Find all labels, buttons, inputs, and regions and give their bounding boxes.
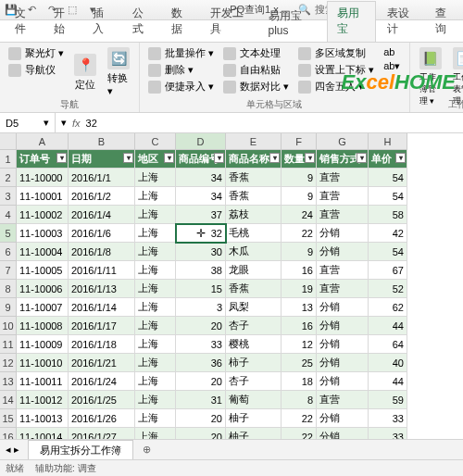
sheet-nav-icon[interactable]: ◂ ▸ <box>6 444 19 456</box>
filter-icon[interactable]: ▾ <box>164 153 174 163</box>
sheet-tab[interactable]: 易用宝拆分工作簿 <box>28 440 133 460</box>
cell[interactable]: 20 <box>176 317 226 335</box>
filter-icon[interactable]: ▾ <box>395 153 406 163</box>
filter-icon[interactable]: ▾ <box>214 153 224 163</box>
cell[interactable]: 54 <box>369 243 407 261</box>
cell[interactable]: 上海 <box>135 280 176 298</box>
row-head-10[interactable]: 10 <box>0 317 17 335</box>
round-button[interactable]: 四舍五入 ▾ <box>295 79 377 94</box>
tab-5[interactable]: 开发工具 <box>201 2 257 42</box>
cell[interactable]: 58 <box>369 206 407 224</box>
cell[interactable]: 33 <box>369 409 407 428</box>
cell[interactable]: 分销 <box>317 298 369 317</box>
cell[interactable]: ✛32 <box>176 224 226 243</box>
cell[interactable]: 11-10012 <box>17 391 69 409</box>
cell[interactable]: 24 <box>282 206 317 224</box>
cell[interactable]: 11-10003 <box>17 224 69 243</box>
col-head-H[interactable]: H <box>369 133 407 150</box>
table-header[interactable]: 单价▾ <box>369 150 407 169</box>
cell[interactable]: 上海 <box>135 335 176 354</box>
row-head-2[interactable]: 2 <box>0 169 17 187</box>
cell[interactable]: 荔枝 <box>226 206 282 224</box>
table-header[interactable]: 日期▾ <box>69 150 135 169</box>
cell[interactable]: 2016/1/24 <box>69 372 135 391</box>
cell[interactable]: 11-10001 <box>17 187 69 206</box>
cell[interactable]: 分销 <box>317 354 369 372</box>
table-header[interactable]: 商品编号▾ <box>176 150 226 169</box>
compare-button[interactable]: 数据对比 ▾ <box>220 79 292 94</box>
name-box[interactable]: D5 ▾ <box>0 113 56 132</box>
filter-icon[interactable]: ▾ <box>305 153 315 163</box>
cell[interactable]: 34 <box>176 169 226 187</box>
row-head-9[interactable]: 9 <box>0 298 17 317</box>
cell[interactable]: 25 <box>282 354 317 372</box>
delete-button[interactable]: 删除 ▾ <box>145 62 217 78</box>
cell[interactable]: 11-10011 <box>17 372 69 391</box>
cell[interactable]: 11-10002 <box>17 206 69 224</box>
cell[interactable]: 2016/1/6 <box>69 224 135 243</box>
cell[interactable]: 上海 <box>135 224 176 243</box>
row-head-12[interactable]: 12 <box>0 354 17 372</box>
spreadsheet-grid[interactable]: ABCDEFGH1订单号▾日期▾地区▾商品编号▾商品名称▾数量▾销售方式▾单价▾… <box>0 133 463 476</box>
cell[interactable]: 62 <box>369 298 407 317</box>
tab-0[interactable]: 文件 <box>6 2 43 42</box>
cell[interactable]: 54 <box>369 187 407 206</box>
col-head-C[interactable]: C <box>135 133 176 150</box>
cell[interactable]: 柿子 <box>226 354 282 372</box>
cell[interactable]: 11-10009 <box>17 335 69 354</box>
cell[interactable]: 上海 <box>135 169 176 187</box>
navigator-button[interactable]: 导航仪 <box>6 62 67 78</box>
cell[interactable]: 直营 <box>317 391 369 409</box>
table-header[interactable]: 数量▾ <box>282 150 317 169</box>
col-head-D[interactable]: D <box>176 133 226 150</box>
filter-icon[interactable]: ▾ <box>123 153 133 163</box>
cell[interactable]: 2016/1/4 <box>69 206 135 224</box>
batch-button[interactable]: 批量操作 ▾ <box>145 45 217 61</box>
cell[interactable]: 龙眼 <box>226 261 282 280</box>
text-proc-button[interactable]: 文本处理 <box>220 45 292 61</box>
cell[interactable]: 2016/1/8 <box>69 243 135 261</box>
select-all-corner[interactable] <box>0 133 17 150</box>
cell[interactable]: 分销 <box>317 243 369 261</box>
row-head-1[interactable]: 1 <box>0 150 17 169</box>
hide-button[interactable]: 便捷录入 ▾ <box>145 79 217 94</box>
cell[interactable]: 44 <box>369 372 407 391</box>
cell[interactable]: 19 <box>282 280 317 298</box>
table-header[interactable]: 销售方式▾ <box>317 150 369 169</box>
cell[interactable]: 上海 <box>135 243 176 261</box>
cell[interactable]: 2016/1/25 <box>69 391 135 409</box>
cell[interactable]: 16 <box>282 317 317 335</box>
cell[interactable]: 36 <box>176 354 226 372</box>
cell[interactable]: 54 <box>369 169 407 187</box>
cell[interactable]: 11-10010 <box>17 354 69 372</box>
cell[interactable]: 11-10007 <box>17 298 69 317</box>
cell[interactable]: 11-10004 <box>17 243 69 261</box>
filter-icon[interactable]: ▾ <box>56 153 67 163</box>
row-head-5[interactable]: 5 <box>0 224 17 243</box>
tab-6[interactable]: 易用宝 plus <box>259 5 326 42</box>
cell[interactable]: 34 <box>176 187 226 206</box>
free-paste-button[interactable]: 自由粘贴 <box>220 62 292 78</box>
cell[interactable]: 22 <box>282 224 317 243</box>
cell[interactable]: 11-10008 <box>17 317 69 335</box>
cell[interactable]: 香蕉 <box>226 169 282 187</box>
cell[interactable]: 凤梨 <box>226 298 282 317</box>
cell[interactable]: 上海 <box>135 187 176 206</box>
cell[interactable]: 直营 <box>317 280 369 298</box>
col-head-F[interactable]: F <box>282 133 317 150</box>
add-sheet-button[interactable]: ⊕ <box>135 441 158 458</box>
cell[interactable]: 上海 <box>135 317 176 335</box>
table-header[interactable]: 地区▾ <box>135 150 176 169</box>
spotlight-button[interactable]: 聚光灯 ▾ <box>6 45 67 61</box>
table-header[interactable]: 订单号▾ <box>17 150 69 169</box>
formula-bar[interactable]: ▾ fx 32 <box>56 117 103 129</box>
cell[interactable]: 2016/1/2 <box>69 187 135 206</box>
cell[interactable]: 37 <box>176 206 226 224</box>
cell[interactable]: 直营 <box>317 187 369 206</box>
cell[interactable]: 毛桃 <box>226 224 282 243</box>
cell[interactable]: 分销 <box>317 224 369 243</box>
cell[interactable]: 38 <box>176 261 226 280</box>
col-head-G[interactable]: G <box>317 133 369 150</box>
cell[interactable]: 分销 <box>317 317 369 335</box>
cell[interactable]: 香蕉 <box>226 280 282 298</box>
